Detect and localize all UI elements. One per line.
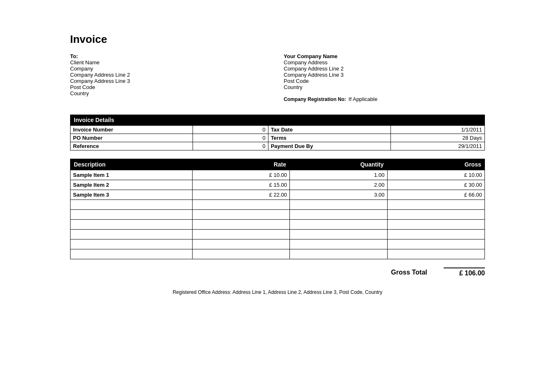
client-address-line2: Company Address Line 2 [70, 72, 271, 78]
bill-to: To: Client Name Company Company Address … [70, 53, 271, 102]
client-company: Company [70, 66, 271, 72]
invoice-details-table: Invoice Number 0 Tax Date 1/1/2011 PO Nu… [70, 125, 485, 150]
details-label: Invoice Number [71, 126, 193, 134]
item-description [71, 249, 193, 259]
client-post-code: Post Code [70, 84, 271, 90]
company-address-line3: Company Address Line 3 [284, 72, 485, 78]
details-value: 0 [193, 126, 268, 134]
item-gross [387, 200, 484, 210]
item-gross: £ 66.00 [387, 190, 484, 200]
item-row [71, 239, 485, 249]
item-gross [387, 249, 484, 259]
details-row: Invoice Number 0 Tax Date 1/1/2011 [71, 126, 485, 134]
item-description [71, 200, 193, 210]
item-quantity [290, 249, 387, 259]
item-rate [192, 200, 289, 210]
col-gross: Gross [387, 159, 484, 170]
to-label: To: [70, 53, 271, 59]
details-right-label: Tax Date [268, 126, 390, 134]
item-rate [192, 220, 289, 230]
items-header-row: Description Rate Quantity Gross [71, 159, 485, 170]
item-gross [387, 220, 484, 230]
items-section: Description Rate Quantity Gross Sample I… [70, 159, 485, 259]
item-description [71, 239, 193, 249]
details-row: Reference 0 Payment Due By 29/1/2011 [71, 142, 485, 150]
details-right-label: Terms [268, 134, 390, 142]
gross-total-label: Gross Total [391, 269, 427, 276]
item-row [71, 230, 485, 239]
item-row [71, 220, 485, 230]
invoice-details-section: Invoice Details Invoice Number 0 Tax Dat… [70, 115, 485, 150]
item-gross: £ 10.00 [387, 170, 484, 180]
details-right-value: 1/1/2011 [390, 126, 484, 134]
reg-label: Company Registration No: [284, 96, 346, 102]
company-info: Your Company Name Company Address Compan… [271, 53, 485, 102]
client-name: Client Name [70, 59, 271, 66]
item-rate: £ 22.00 [192, 190, 289, 200]
details-right-value: 28 Days [390, 134, 484, 142]
item-quantity: 2.00 [290, 180, 387, 190]
item-description [71, 230, 193, 239]
company-reg: Company Registration No: If Applicable [284, 96, 485, 102]
details-label: Reference [71, 142, 193, 150]
item-rate: £ 15.00 [192, 180, 289, 190]
item-rate [192, 249, 289, 259]
item-description [71, 220, 193, 230]
item-gross: £ 30.00 [387, 180, 484, 190]
item-description [71, 210, 193, 220]
item-quantity: 1.00 [290, 170, 387, 180]
company-post-code: Post Code [284, 78, 485, 84]
item-row [71, 249, 485, 259]
invoice-page: Invoice To: Client Name Company Company … [0, 0, 555, 320]
col-quantity: Quantity [290, 159, 387, 170]
col-rate: Rate [192, 159, 289, 170]
invoice-details-header: Invoice Details [70, 115, 485, 125]
item-rate [192, 239, 289, 249]
details-right-label: Payment Due By [268, 142, 390, 150]
details-right-value: 29/1/2011 [390, 142, 484, 150]
item-quantity [290, 230, 387, 239]
company-address: Company Address [284, 59, 485, 66]
item-rate [192, 210, 289, 220]
item-description: Sample Item 3 [71, 190, 193, 200]
col-description: Description [71, 159, 193, 170]
item-quantity: 3.00 [290, 190, 387, 200]
details-value: 0 [193, 134, 268, 142]
reg-value: If Applicable [348, 96, 377, 102]
footer-registered-office: Registered Office Address: Address Line … [70, 289, 485, 295]
invoice-title: Invoice [70, 33, 485, 46]
gross-total-section: Gross Total £ 106.00 [70, 268, 485, 277]
company-address-line2: Company Address Line 2 [284, 66, 485, 72]
item-description: Sample Item 2 [71, 180, 193, 190]
item-row [71, 200, 485, 210]
item-description: Sample Item 1 [71, 170, 193, 180]
header-section: To: Client Name Company Company Address … [70, 53, 485, 102]
item-quantity [290, 220, 387, 230]
item-rate: £ 10.00 [192, 170, 289, 180]
details-row: PO Number 0 Terms 28 Days [71, 134, 485, 142]
item-row: Sample Item 1 £ 10.00 1.00 £ 10.00 [71, 170, 485, 180]
item-row: Sample Item 2 £ 15.00 2.00 £ 30.00 [71, 180, 485, 190]
item-rate [192, 230, 289, 239]
client-country: Country [70, 90, 271, 96]
gross-total-value: £ 106.00 [444, 268, 485, 277]
details-label: PO Number [71, 134, 193, 142]
item-gross [387, 210, 484, 220]
item-gross [387, 239, 484, 249]
item-quantity [290, 239, 387, 249]
items-table: Description Rate Quantity Gross Sample I… [70, 159, 485, 259]
item-quantity [290, 210, 387, 220]
company-name: Your Company Name [284, 53, 485, 59]
item-row [71, 210, 485, 220]
client-address-line3: Company Address Line 3 [70, 78, 271, 84]
item-row: Sample Item 3 £ 22.00 3.00 £ 66.00 [71, 190, 485, 200]
item-quantity [290, 200, 387, 210]
details-value: 0 [193, 142, 268, 150]
company-country: Country [284, 84, 485, 90]
item-gross [387, 230, 484, 239]
